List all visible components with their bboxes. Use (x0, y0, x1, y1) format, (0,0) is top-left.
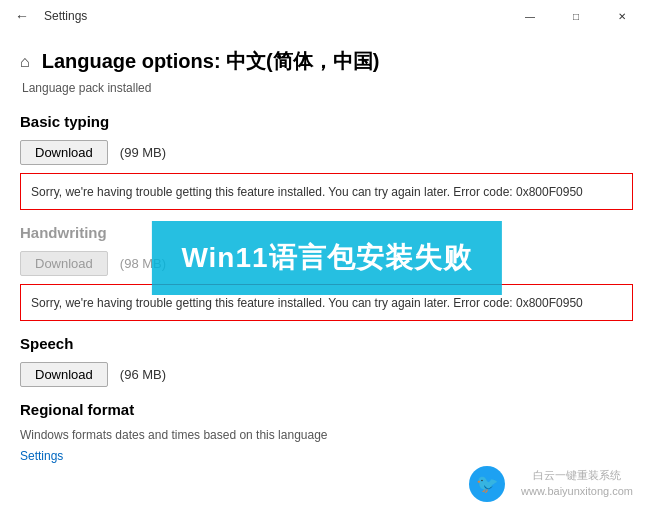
basic-typing-download-row: Download (99 MB) (20, 140, 633, 165)
home-icon[interactable]: ⌂ (20, 53, 30, 71)
content-area: ⌂ Language options: 中文(简体，中国) Language p… (0, 32, 653, 515)
speech-title: Speech (20, 335, 633, 352)
back-button[interactable]: ← (8, 2, 36, 30)
page-title: Language options: 中文(简体，中国) (42, 48, 380, 75)
regional-format-section: Regional format Windows formats dates an… (20, 401, 633, 464)
basic-typing-download-button[interactable]: Download (20, 140, 108, 165)
handwriting-download-button[interactable]: Download (20, 251, 108, 276)
title-bar-left: ← Settings (8, 2, 507, 30)
basic-typing-section: Basic typing Download (99 MB) Sorry, we'… (20, 113, 633, 210)
basic-typing-size: (99 MB) (120, 145, 166, 160)
titlebar-title: Settings (44, 9, 87, 23)
speech-size: (96 MB) (120, 367, 166, 382)
speech-download-row: Download (96 MB) (20, 362, 633, 387)
speech-download-button[interactable]: Download (20, 362, 108, 387)
handwriting-download-row: Download (98 MB) (20, 251, 633, 276)
maximize-button[interactable]: □ (553, 0, 599, 32)
basic-typing-error-box: Sorry, we're having trouble getting this… (20, 173, 633, 210)
basic-typing-error-text: Sorry, we're having trouble getting this… (31, 185, 583, 199)
handwriting-section: Handwriting Download (98 MB) Sorry, we'r… (20, 224, 633, 321)
page-header: ⌂ Language options: 中文(简体，中国) (20, 48, 633, 75)
handwriting-title: Handwriting (20, 224, 633, 241)
handwriting-error-text: Sorry, we're having trouble getting this… (31, 296, 583, 310)
regional-format-description: Windows formats dates and times based on… (20, 428, 633, 442)
close-button[interactable]: ✕ (599, 0, 645, 32)
title-bar: ← Settings — □ ✕ (0, 0, 653, 32)
regional-settings-link[interactable]: Settings (20, 449, 63, 463)
handwriting-error-box: Sorry, we're having trouble getting this… (20, 284, 633, 321)
back-icon: ← (15, 8, 29, 24)
handwriting-size: (98 MB) (120, 256, 166, 271)
minimize-button[interactable]: — (507, 0, 553, 32)
basic-typing-title: Basic typing (20, 113, 633, 130)
speech-section: Speech Download (96 MB) (20, 335, 633, 387)
language-pack-status: Language pack installed (20, 81, 633, 95)
window-controls: — □ ✕ (507, 0, 645, 32)
regional-format-title: Regional format (20, 401, 633, 418)
settings-window: ← Settings — □ ✕ ⌂ Language options: 中文(… (0, 0, 653, 515)
